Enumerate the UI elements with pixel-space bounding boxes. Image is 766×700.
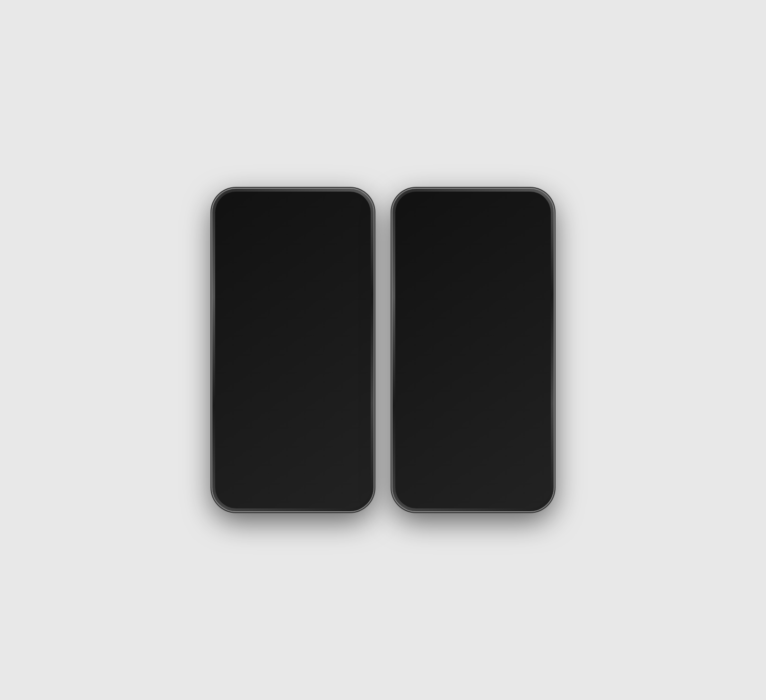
deposit-button-left[interactable]: Deposit bbox=[226, 320, 360, 342]
header-title-left: Check Deposit bbox=[226, 219, 360, 229]
status-icons-left: ●●● LTE ▐▌ bbox=[326, 206, 358, 212]
amount-field-right[interactable]: Amount $2.00 (Max: $5,000.00) bbox=[398, 299, 548, 327]
segment-deposit-right[interactable]: Deposit bbox=[412, 242, 473, 258]
svg-rect-27 bbox=[499, 471, 507, 472]
battery-icon-right: ▐▌ bbox=[530, 206, 538, 212]
svg-rect-14 bbox=[520, 342, 532, 350]
segment-history-left[interactable]: History bbox=[293, 242, 354, 258]
svg-rect-19 bbox=[466, 423, 480, 461]
arrow-container-right bbox=[449, 385, 497, 462]
segment-history-right[interactable]: History bbox=[473, 242, 534, 258]
tab-bar-right: $ Accounts ⇌ Transfers Bill Pay bbox=[398, 462, 548, 496]
home-bar-left bbox=[269, 500, 317, 502]
accounts-icon-right: $ bbox=[408, 466, 419, 479]
main-content-left: To REWARD CHECKING $582.50 Amount bbox=[218, 265, 368, 462]
transfers-icon-right: ⇌ bbox=[438, 466, 448, 479]
to-label-left: To bbox=[226, 279, 234, 289]
amount-number-right: $2.00 bbox=[501, 304, 540, 315]
home-bar-right bbox=[449, 500, 497, 502]
svg-text:⇌: ⇌ bbox=[260, 467, 266, 475]
to-value-left: REWARD CHECKING $582.50 bbox=[303, 275, 360, 293]
amount-label-right: Amount bbox=[406, 308, 434, 318]
home-indicator-right bbox=[398, 496, 548, 506]
tab-billpay-right[interactable]: Bill Pay bbox=[458, 466, 488, 486]
fields-section-right: To REWARD CHECKING $582.50 Amount $2.00 … bbox=[398, 269, 548, 363]
billpay-icon-right bbox=[468, 466, 478, 479]
svg-rect-9 bbox=[319, 471, 327, 472]
svg-rect-0 bbox=[286, 369, 300, 407]
svg-rect-7 bbox=[289, 473, 297, 474]
svg-point-16 bbox=[529, 343, 531, 345]
tab-more-label-left: More bbox=[347, 480, 358, 486]
front-field-right[interactable]: Front + bbox=[398, 327, 548, 363]
svg-text:$: $ bbox=[232, 469, 235, 474]
arrow-up-icon bbox=[449, 394, 497, 461]
tab-more-right[interactable]: More bbox=[518, 466, 548, 486]
svg-point-29 bbox=[529, 470, 530, 472]
svg-text:+: + bbox=[522, 340, 525, 344]
deposit-button-right[interactable]: Deposit bbox=[406, 363, 540, 385]
checkdeposit-icon-left bbox=[318, 466, 328, 479]
svg-point-31 bbox=[535, 470, 537, 472]
tab-accounts-label-right: Accounts bbox=[403, 480, 423, 486]
camera-icon-right: + bbox=[519, 339, 533, 351]
svg-marker-1 bbox=[269, 407, 317, 435]
more-icon-right bbox=[528, 466, 538, 479]
segment-control-right: Deposit History bbox=[411, 241, 535, 259]
tab-transfers-label-left: Transfers bbox=[253, 480, 273, 486]
tab-checkdeposit-label-left: Check Deposit bbox=[308, 480, 338, 491]
svg-text:⇌: ⇌ bbox=[440, 467, 446, 475]
tab-checkdeposit-label-right: Check Deposit bbox=[488, 480, 518, 491]
phone-left: 12:57 ➤ ●●● LTE ▐▌ Check Deposit Deposit… bbox=[212, 189, 374, 511]
svg-point-30 bbox=[532, 470, 534, 472]
tab-checkdeposit-left[interactable]: Check Deposit bbox=[308, 466, 338, 491]
main-content-right: To REWARD CHECKING $582.50 Amount $2.00 … bbox=[398, 265, 548, 462]
tab-billpay-label-left: Bill Pay bbox=[285, 480, 301, 486]
arrow-down-icon bbox=[269, 369, 317, 435]
svg-rect-24 bbox=[469, 471, 477, 472]
svg-rect-26 bbox=[499, 469, 507, 470]
segment-deposit-left[interactable]: Deposit bbox=[232, 242, 293, 258]
tab-accounts-right[interactable]: $ Accounts bbox=[398, 466, 428, 486]
svg-rect-25 bbox=[469, 473, 477, 474]
phone-right: 12:57 ➤ ●●● LTE ▐▌ Check Deposit Deposit… bbox=[392, 189, 554, 511]
status-time-right: 12:57 ➤ bbox=[408, 205, 432, 212]
account-balance-left: $582.50 bbox=[303, 282, 360, 293]
tab-transfers-left[interactable]: ⇌ Transfers bbox=[248, 466, 278, 486]
svg-text:$: $ bbox=[412, 469, 415, 474]
phone-screen-right: 12:57 ➤ ●●● LTE ▐▌ Check Deposit Deposit… bbox=[398, 194, 548, 506]
svg-rect-5 bbox=[289, 469, 297, 470]
account-balance-right: $582.50 bbox=[483, 282, 540, 293]
app-header-right: Check Deposit bbox=[398, 215, 548, 236]
carrier-right: LTE bbox=[519, 206, 529, 212]
accounts-icon-left: $ bbox=[228, 466, 238, 479]
tab-transfers-label-right: Transfers bbox=[433, 480, 453, 486]
tab-more-left[interactable]: More bbox=[338, 466, 368, 486]
tab-accounts-left[interactable]: $ Accounts bbox=[218, 466, 248, 486]
svg-point-12 bbox=[352, 470, 354, 472]
amount-value-right: $2.00 (Max: $5,000.00) bbox=[501, 304, 540, 321]
camera-button-right[interactable]: + bbox=[512, 333, 540, 357]
transfers-icon-left: ⇌ bbox=[258, 466, 268, 479]
tab-billpay-left[interactable]: Bill Pay bbox=[278, 466, 308, 486]
tab-transfers-right[interactable]: ⇌ Transfers bbox=[428, 466, 458, 486]
amount-max-right: (Max: $5,000.00) bbox=[501, 315, 540, 321]
account-name-left: REWARD CHECKING bbox=[303, 275, 360, 282]
tab-checkdeposit-right[interactable]: Check Deposit bbox=[488, 466, 518, 491]
fields-section-left: To REWARD CHECKING $582.50 Amount bbox=[218, 269, 368, 320]
battery-icon-left: ▐▌ bbox=[350, 206, 358, 212]
to-label-right: To bbox=[406, 279, 414, 289]
phone-screen-left: 12:57 ➤ ●●● LTE ▐▌ Check Deposit Deposit… bbox=[218, 194, 368, 506]
notch-left bbox=[264, 194, 321, 207]
amount-field-left[interactable]: Amount bbox=[218, 299, 368, 320]
svg-rect-6 bbox=[289, 471, 297, 472]
gray-area-right: Deposit bbox=[398, 363, 548, 462]
to-field-left: To REWARD CHECKING $582.50 bbox=[218, 269, 368, 299]
tab-more-label-right: More bbox=[528, 480, 538, 486]
segment-control-left: Deposit History bbox=[231, 241, 355, 259]
amount-label-left: Amount bbox=[226, 304, 254, 314]
header-title-right: Check Deposit bbox=[406, 219, 540, 229]
front-label-right: Front bbox=[406, 340, 425, 350]
notch-right bbox=[445, 194, 502, 207]
gray-area-left: Deposit bbox=[218, 320, 368, 462]
